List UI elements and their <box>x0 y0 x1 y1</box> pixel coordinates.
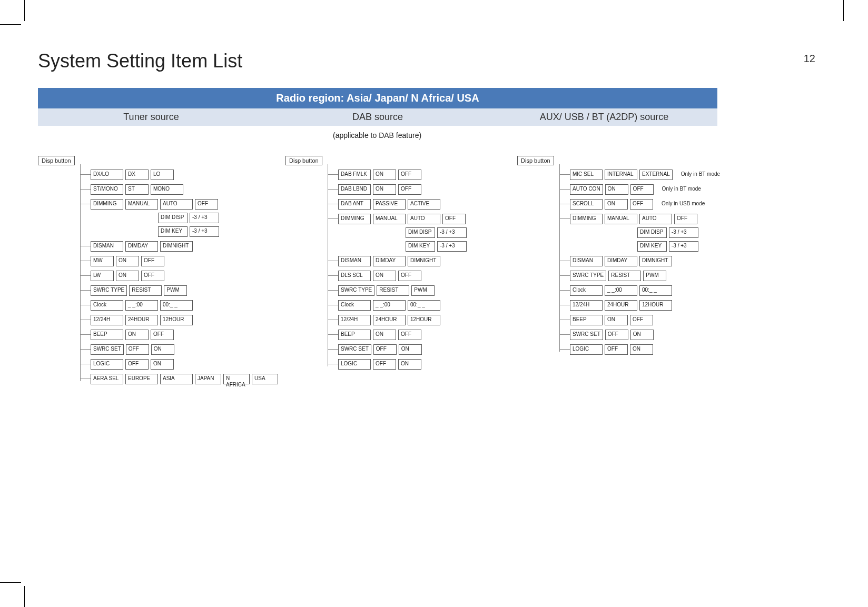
tree-row: AERA SELEUROPEASIAJAPANN AFRICAUSA <box>38 374 280 384</box>
tree-row: SWRC TYPERESISTPWM <box>517 271 781 281</box>
option-cell: DIMNIGHT <box>160 241 193 252</box>
option-cell: DIMMING <box>570 214 603 224</box>
option-cell: AUTO <box>160 199 193 210</box>
option-cell: ASIA <box>160 374 193 384</box>
tree-row: DISMANDIMDAYDIMNIGHT <box>285 256 512 266</box>
tree-subrow: DIM KEY-3 / +3 <box>91 226 280 237</box>
trees: Disp button DX/LODXLOST/MONOSTMONODIMMIN… <box>38 155 828 384</box>
option-cell: ON <box>399 344 422 355</box>
option-cell: DIM KEY <box>637 241 667 252</box>
tree-row: DISMANDIMDAYDIMNIGHT <box>517 256 781 266</box>
option-cell: LOGIC <box>570 344 603 355</box>
crop-mark <box>0 582 21 583</box>
column-headers: Tuner source DAB source AUX/ USB / BT (A… <box>38 108 717 126</box>
disp-button-label: Disp button <box>517 156 554 165</box>
option-cell: OFF <box>398 184 421 195</box>
crop-mark <box>0 24 21 25</box>
option-cell: LW <box>91 271 114 281</box>
option-cell: 00:_ _ <box>160 300 193 311</box>
tree-row: Clock_ _:0000:_ _ <box>285 300 512 311</box>
option-cell: OFF <box>151 330 174 340</box>
disp-button-label: Disp button <box>38 156 75 165</box>
option-cell: DIMDAY <box>373 256 406 266</box>
option-cell: PASSIVE <box>373 199 406 210</box>
option-cell: OFF <box>630 199 653 210</box>
option-cell: OFF <box>126 344 149 355</box>
option-cell: OFF <box>605 330 628 340</box>
tree-row: DIMMINGMANUALAUTOOFF <box>285 214 512 224</box>
tree-subrow: DIM DISP-3 / +3 <box>338 227 512 238</box>
option-cell: DIMNIGHT <box>639 256 672 266</box>
option-cell: MANUAL <box>125 199 158 210</box>
option-cell: SWRC TYPE <box>91 285 127 296</box>
tree-subrow: DIM KEY-3 / +3 <box>338 241 512 252</box>
option-cell: OFF <box>141 271 164 281</box>
option-cell: SWRC SET <box>570 330 603 340</box>
tuner-tree: Disp button DX/LODXLOST/MONOSTMONODIMMIN… <box>38 155 280 384</box>
option-cell: OFF <box>398 271 421 281</box>
option-cell: INTERNAL <box>605 170 637 180</box>
option-cell: BEEP <box>570 315 603 325</box>
option-cell: N AFRICA <box>223 374 250 384</box>
option-cell: 24HOUR <box>373 315 406 325</box>
option-cell: ON <box>116 256 139 266</box>
tree-row: DAB FMLKONOFF <box>285 170 512 180</box>
option-cell: -3 / +3 <box>190 226 219 237</box>
option-cell: MIC SEL <box>570 170 603 180</box>
tree-row: DIMMINGMANUALAUTOOFF <box>38 199 280 210</box>
tree-row: MIC SELINTERNALEXTERNALOnly in BT mode <box>517 170 781 180</box>
option-cell: 12/24H <box>338 315 371 325</box>
option-cell: ON <box>605 199 628 210</box>
option-cell: DAB ANT <box>338 199 371 210</box>
option-cell: OFF <box>373 359 396 370</box>
option-cell: Clock <box>338 300 371 311</box>
option-cell: DIM KEY <box>158 226 188 237</box>
option-cell: OFF <box>630 184 654 195</box>
option-cell: BEEP <box>338 330 371 340</box>
tree-row: Clock_ _:0000:_ _ <box>38 300 280 311</box>
option-cell: MANUAL <box>373 214 406 224</box>
option-cell: OFF <box>674 214 697 224</box>
option-cell: DIM DISP <box>406 227 435 238</box>
option-cell: ON <box>151 344 174 355</box>
option-cell: Clock <box>91 300 123 311</box>
option-cell: 00:_ _ <box>639 285 672 296</box>
tree-row: 12/24H24HOUR12HOUR <box>517 300 781 311</box>
tree-row: LOGICOFFON <box>517 344 781 355</box>
crop-mark <box>843 0 844 21</box>
option-cell: OFF <box>141 256 164 266</box>
col-dab: DAB source <box>264 108 491 126</box>
aux-tree: Disp button MIC SELINTERNALEXTERNALOnly … <box>517 155 781 384</box>
tree-row: SWRC SETOFFON <box>285 344 512 355</box>
option-cell: 24HOUR <box>125 315 158 325</box>
option-cell: -3 / +3 <box>669 227 698 238</box>
tree-row: MWONOFF <box>38 256 280 266</box>
tree-row: BEEPONOFF <box>517 315 781 325</box>
option-cell: SWRC SET <box>91 344 124 355</box>
tree-row: LWONOFF <box>38 271 280 281</box>
tree-row: 12/24H24HOUR12HOUR <box>38 315 280 325</box>
option-cell: OFF <box>398 170 421 180</box>
page-title: System Setting Item List <box>38 50 828 72</box>
option-cell: MANUAL <box>605 214 637 224</box>
option-cell: -3 / +3 <box>669 241 698 252</box>
tree-row: DISMANDIMDAYDIMNIGHT <box>38 241 280 252</box>
tree-row: BEEPONOFF <box>285 330 512 340</box>
option-cell: ST/MONO <box>91 184 123 195</box>
option-cell: _ _:00 <box>125 300 158 311</box>
content: System Setting Item List Radio region: A… <box>38 50 828 384</box>
option-cell: ON <box>373 330 396 340</box>
option-cell: DIMDAY <box>605 256 637 266</box>
dab-note: (applicable to DAB feature) <box>38 131 717 140</box>
option-cell: AUTO <box>408 214 440 224</box>
row-note: Only in BT mode <box>662 184 701 192</box>
option-cell: DIMNIGHT <box>408 256 440 266</box>
tree-subrow: DIM DISP-3 / +3 <box>91 213 280 223</box>
option-cell: DX <box>125 170 149 180</box>
option-cell: 00:_ _ <box>408 300 440 311</box>
option-cell: SWRC TYPE <box>570 271 606 281</box>
option-cell: OFF <box>605 344 628 355</box>
option-cell: ON <box>373 184 396 195</box>
option-cell: DIMMING <box>338 214 371 224</box>
tree-row: SWRC TYPERESISTPWM <box>38 285 280 296</box>
